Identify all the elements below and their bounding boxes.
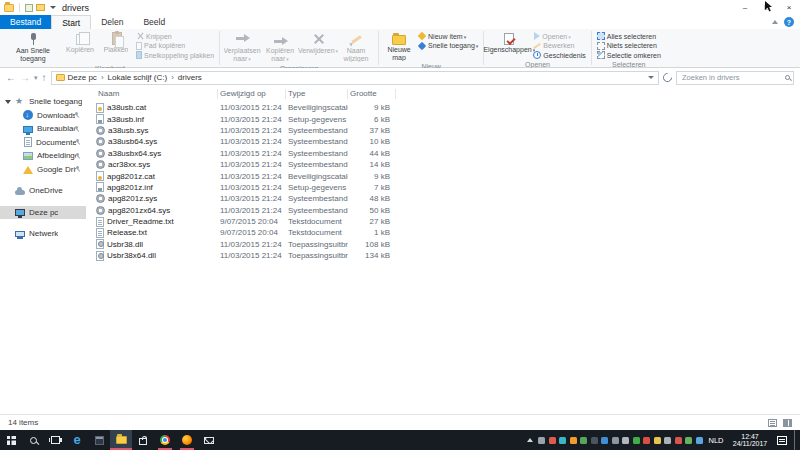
sidebar-item[interactable]: Documenten xyxy=(0,136,86,150)
history-button[interactable]: Geschiedenis xyxy=(531,51,587,60)
taskbar-app[interactable] xyxy=(132,430,154,450)
refresh-icon[interactable] xyxy=(661,71,674,84)
tray-settings-icon[interactable] xyxy=(612,437,619,444)
column-header-gewijzigd-op[interactable]: Gewijzigd op xyxy=(218,89,286,99)
taskbar-app[interactable] xyxy=(176,430,198,450)
minimize-button[interactable]: – xyxy=(734,0,756,15)
cut-button[interactable]: Knippen xyxy=(134,32,216,41)
tray-audio-icon[interactable] xyxy=(664,437,671,444)
sidebar-item[interactable]: OneDrive xyxy=(0,184,86,198)
taskbar-app[interactable] xyxy=(44,430,66,450)
file-row[interactable]: Usbr38x64.dll 11/03/2015 21:24 Toepassin… xyxy=(86,250,800,261)
easy-access-button[interactable]: Snelle toegang xyxy=(416,42,480,51)
open-button[interactable]: Openen xyxy=(531,32,587,41)
breadcrumb-segment[interactable]: Lokale schijf (C:) xyxy=(97,73,167,82)
tab[interactable]: Beeld xyxy=(133,15,175,29)
file-row[interactable]: a38usb.cat 11/03/2015 21:24 Beveiligings… xyxy=(86,102,800,113)
taskbar-app[interactable] xyxy=(88,430,110,450)
tray-user-icon[interactable] xyxy=(601,437,608,444)
hidden-icons-chevron-icon[interactable] xyxy=(527,438,533,442)
search-input[interactable] xyxy=(680,72,785,83)
pin-to-quick-access-button[interactable]: Aan Snelle toegang vastmaken xyxy=(4,31,62,64)
file-row[interactable]: apg8201z.sys 11/03/2015 21:24 Systeembes… xyxy=(86,193,800,204)
qat-customize-chevron-icon[interactable] xyxy=(50,6,56,9)
sidebar-item[interactable]: Bureaublad xyxy=(0,122,86,136)
file-row[interactable]: Usbr38.dll 11/03/2015 21:24 Toepassingsu… xyxy=(86,239,800,250)
column-header-grootte[interactable]: Grootte xyxy=(348,89,396,99)
move-to-button[interactable]: Verplaatsen naar xyxy=(223,31,261,64)
language-indicator[interactable]: NLD xyxy=(706,436,725,445)
help-icon[interactable]: ? xyxy=(784,17,794,27)
file-row[interactable]: acr38xx.sys 11/03/2015 21:24 Systeembest… xyxy=(86,159,800,170)
tray-maps-icon[interactable] xyxy=(580,437,587,444)
collapse-ribbon-chevron-icon[interactable] xyxy=(772,20,778,24)
delete-button[interactable]: Verwijderen xyxy=(299,31,337,57)
new-folder-button[interactable]: Nieuwe map xyxy=(382,31,416,62)
tray-media-icon[interactable] xyxy=(570,437,577,444)
taskbar-app[interactable] xyxy=(154,430,176,450)
tray-display2-icon[interactable] xyxy=(696,437,703,444)
action-center-icon[interactable] xyxy=(777,436,787,445)
properties-button[interactable]: Eigenschappen xyxy=(487,31,531,56)
qat-new-folder-icon[interactable] xyxy=(36,4,45,11)
file-row[interactable]: Driver_Readme.txt 9/07/2015 20:04 Tekstd… xyxy=(86,216,800,227)
sidebar-item[interactable]: Downloads xyxy=(0,109,86,123)
tab[interactable]: Delen xyxy=(91,15,133,29)
new-item-button[interactable]: Nieuw item xyxy=(416,32,480,41)
tray-antivirus-icon[interactable] xyxy=(549,437,556,444)
back-button[interactable]: ← xyxy=(6,73,16,83)
taskbar-app[interactable] xyxy=(110,430,132,450)
select-none-button[interactable]: Niets selecteren xyxy=(595,42,663,51)
file-row[interactable]: apg8201zx64.sys 11/03/2015 21:24 Systeem… xyxy=(86,205,800,216)
tray-paint-icon[interactable] xyxy=(654,437,661,444)
show-desktop-button[interactable] xyxy=(794,430,797,450)
taskbar-app[interactable] xyxy=(22,430,44,450)
copy-to-button[interactable]: Kopiëren naar xyxy=(261,31,299,64)
taskbar-app[interactable] xyxy=(0,430,22,450)
paste-shortcut-button[interactable]: Snelkoppeling plakken xyxy=(134,51,216,60)
tray-defender-icon[interactable] xyxy=(591,437,598,444)
tab-bestand[interactable]: Bestand xyxy=(0,15,51,29)
paste-button[interactable]: Plakken xyxy=(98,31,134,55)
breadcrumb-segment[interactable]: Deze pc xyxy=(68,73,97,82)
sidebar-item[interactable]: Deze pc xyxy=(0,206,86,220)
taskbar-app[interactable] xyxy=(198,430,220,450)
address-dropdown-chevron-icon[interactable] xyxy=(648,76,654,79)
breadcrumb[interactable]: Deze pcLokale schijf (C:)drivers xyxy=(51,71,659,85)
column-header-type[interactable]: Type xyxy=(286,89,348,99)
breadcrumb-segment[interactable]: drivers xyxy=(167,73,202,82)
file-row[interactable]: a38usbx64.sys 11/03/2015 21:24 Systeembe… xyxy=(86,148,800,159)
sidebar-item[interactable]: Afbeeldingen xyxy=(0,149,86,163)
edit-button[interactable]: Bewerken xyxy=(531,42,587,51)
tray-chevrons-icon[interactable] xyxy=(622,437,629,444)
sidebar-item[interactable]: Google Drive xyxy=(0,163,86,177)
qat-properties-icon[interactable] xyxy=(25,4,33,12)
forward-button[interactable]: → xyxy=(20,73,30,83)
tab[interactable]: Start xyxy=(51,15,91,29)
select-all-button[interactable]: Alles selecteren xyxy=(595,32,663,41)
invert-selection-button[interactable]: Selectie omkeren xyxy=(595,51,663,60)
close-button[interactable]: × xyxy=(778,0,800,15)
sidebar-item[interactable]: Snelle toegang xyxy=(0,95,86,109)
clock[interactable]: 12:47 24/11/2017 xyxy=(729,433,771,448)
file-row[interactable]: apg8201z.cat 11/03/2015 21:24 Beveiligin… xyxy=(86,170,800,181)
tray-sync-icon[interactable] xyxy=(643,437,650,444)
file-row[interactable]: a38usb.sys 11/03/2015 21:24 Systeembesta… xyxy=(86,125,800,136)
details-view-icon[interactable] xyxy=(768,419,777,427)
tray-drive-icon[interactable] xyxy=(633,437,640,444)
tray-messenger-icon[interactable] xyxy=(559,437,566,444)
tray-temp-icon[interactable] xyxy=(675,437,682,444)
file-row[interactable]: a38usb.inf 11/03/2015 21:24 Setup-gegeve… xyxy=(86,113,800,124)
sidebar-item[interactable]: Netwerk xyxy=(0,227,86,241)
taskbar-app[interactable] xyxy=(66,430,88,450)
copy-path-button[interactable]: Pad kopiëren xyxy=(134,42,216,51)
file-row[interactable]: a38usb64.sys 11/03/2015 21:24 Systeembes… xyxy=(86,136,800,147)
copy-button[interactable]: Kopiëren xyxy=(62,31,98,55)
up-button[interactable]: ↑ xyxy=(42,73,47,83)
tray-card-icon[interactable] xyxy=(685,437,692,444)
file-row[interactable]: Release.txt 9/07/2015 20:04 Tekstdocumen… xyxy=(86,227,800,238)
rename-button[interactable]: Naam wijzigen xyxy=(337,31,375,63)
column-header-naam[interactable]: Naam xyxy=(96,89,218,99)
recent-locations-chevron-icon[interactable]: ▾ xyxy=(34,73,38,83)
file-row[interactable]: apg8201z.inf 11/03/2015 21:24 Setup-gege… xyxy=(86,182,800,193)
